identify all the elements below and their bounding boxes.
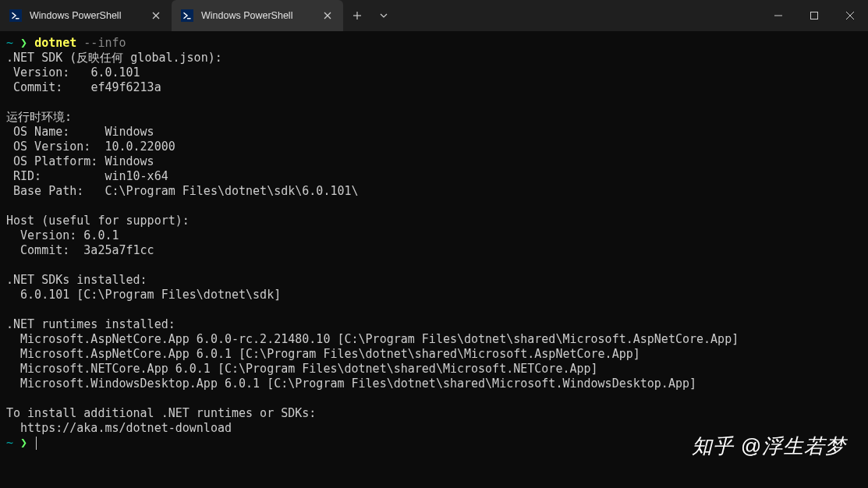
output-line: OS Version: 10.0.22000 <box>6 140 175 154</box>
tab-dropdown-button[interactable] <box>371 0 396 31</box>
output-line: Base Path: C:\Program Files\dotnet\sdk\6… <box>6 184 359 198</box>
cursor <box>36 437 37 450</box>
output-line: .NET SDKs installed: <box>6 273 147 287</box>
tab-title: Windows PowerShell <box>30 10 142 21</box>
new-tab-button[interactable] <box>343 0 371 31</box>
command: dotnet <box>34 36 76 50</box>
output-line: Microsoft.WindowsDesktop.App 6.0.1 [C:\P… <box>6 377 696 391</box>
output-line: Microsoft.AspNetCore.App 6.0.1 [C:\Progr… <box>6 347 640 361</box>
output-line: RID: win10-x64 <box>6 169 168 183</box>
output-line: Version: 6.0.101 <box>6 65 140 80</box>
output-line: Microsoft.AspNetCore.App 6.0.0-rc.2.2148… <box>6 332 739 346</box>
command-arg: --info <box>83 36 126 50</box>
prompt-tilde: ~ <box>6 436 13 450</box>
titlebar-drag-area[interactable] <box>396 0 760 31</box>
svg-rect-9 <box>811 12 818 19</box>
tab-powershell-2[interactable]: Windows PowerShell <box>172 0 343 31</box>
output-line: https://aka.ms/dotnet-download <box>6 421 232 435</box>
maximize-icon <box>810 12 818 19</box>
output-line: Host (useful for support): <box>6 214 190 228</box>
titlebar: Windows PowerShell Windows PowerShell <box>0 0 868 31</box>
watermark: 知乎 @浮生若梦 <box>692 433 846 460</box>
output-line: Commit: 3a25a7f1cc <box>6 243 154 257</box>
prompt-tilde: ~ <box>6 36 13 50</box>
powershell-icon <box>9 9 22 22</box>
output-line: 运行时环境: <box>6 110 72 124</box>
output-line: Commit: ef49f6213a <box>6 80 161 94</box>
tab-powershell-1[interactable]: Windows PowerShell <box>0 0 172 31</box>
plus-icon <box>353 11 362 20</box>
minimize-icon <box>774 12 782 19</box>
powershell-icon <box>181 9 193 22</box>
output-line: OS Name: Windows <box>6 125 154 139</box>
close-icon[interactable] <box>321 9 334 22</box>
output-line: .NET SDK (反映任何 global.json): <box>6 51 222 65</box>
output-line: Version: 6.0.1 <box>6 228 119 242</box>
output-line: .NET runtimes installed: <box>6 317 175 331</box>
tab-title: Windows PowerShell <box>201 10 314 21</box>
close-icon[interactable] <box>150 9 162 22</box>
output-line: To install additional .NET runtimes or S… <box>6 406 316 420</box>
window-controls <box>760 0 868 31</box>
prompt-arrow: ❯ <box>20 436 27 450</box>
close-window-button[interactable] <box>832 0 868 31</box>
tabs-container: Windows PowerShell Windows PowerShell <box>0 0 343 31</box>
output-line: 6.0.101 [C:\Program Files\dotnet\sdk] <box>6 288 281 302</box>
output-line: OS Platform: Windows <box>6 154 154 168</box>
maximize-button[interactable] <box>796 0 832 31</box>
output-line: Microsoft.NETCore.App 6.0.1 [C:\Program … <box>6 362 598 376</box>
minimize-button[interactable] <box>760 0 796 31</box>
prompt-arrow: ❯ <box>20 36 27 50</box>
close-icon <box>846 12 854 19</box>
terminal-output[interactable]: ~ ❯ dotnet --info .NET SDK (反映任何 global.… <box>0 31 868 457</box>
chevron-down-icon <box>380 13 388 18</box>
